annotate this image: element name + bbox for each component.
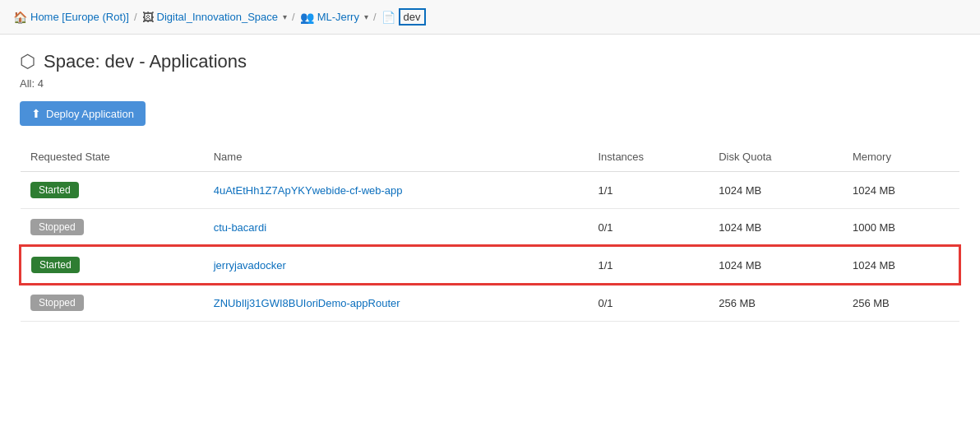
- sep-1: /: [134, 11, 137, 23]
- breadcrumb-current: 📄 dev: [381, 8, 426, 26]
- home-link[interactable]: Home [Europe (Rot)]: [30, 11, 129, 23]
- cell-memory: 1000 MB: [843, 209, 959, 247]
- cell-memory: 1024 MB: [843, 172, 959, 209]
- app-name-link[interactable]: ZNUbIlj31GWI8BUIoriDemo-appRouter: [214, 297, 400, 309]
- cell-name[interactable]: ZNUbIlj31GWI8BUIoriDemo-appRouter: [204, 284, 589, 322]
- cell-state: Started: [21, 172, 204, 209]
- app-name-link[interactable]: ctu-bacardi: [214, 221, 266, 234]
- table-body: Started4uAtEtHh1Z7ApYKYwebide-cf-web-app…: [21, 172, 959, 322]
- cell-instances: 0/1: [588, 284, 709, 322]
- deploy-button[interactable]: ⬆ Deploy Application: [20, 101, 146, 126]
- current-space-label: dev: [399, 8, 426, 26]
- cell-disk-quota: 1024 MB: [709, 246, 843, 284]
- col-header-disk: Disk Quota: [709, 142, 843, 172]
- page-title: Space: dev - Applications: [44, 51, 247, 72]
- table-row[interactable]: Started4uAtEtHh1Z7ApYKYwebide-cf-web-app…: [21, 172, 959, 209]
- deploy-button-label: Deploy Application: [46, 108, 134, 120]
- table-header: Requested State Name Instances Disk Quot…: [21, 142, 959, 172]
- cell-name[interactable]: jerryjavadocker: [204, 246, 589, 284]
- applications-table: Requested State Name Instances Disk Quot…: [20, 142, 960, 322]
- cell-instances: 1/1: [588, 172, 709, 209]
- cell-state: Stopped: [21, 209, 204, 247]
- app-name-link[interactable]: 4uAtEtHh1Z7ApYKYwebide-cf-web-app: [214, 184, 403, 197]
- dev-icon: 📄: [381, 11, 395, 24]
- space-dropdown-icon[interactable]: ▾: [283, 12, 287, 21]
- cell-memory: 1024 MB: [843, 246, 959, 284]
- col-header-state: Requested State: [21, 142, 204, 172]
- breadcrumb-space[interactable]: 🖼 Digital_Innovation_Space ▾: [142, 11, 287, 24]
- cell-disk-quota: 256 MB: [709, 284, 843, 322]
- cell-instances: 0/1: [588, 209, 709, 247]
- space-link[interactable]: Digital_Innovation_Space: [157, 11, 278, 23]
- breadcrumb: 🏠 Home [Europe (Rot)] / 🖼 Digital_Innova…: [0, 0, 980, 35]
- org-link[interactable]: ML-Jerry: [317, 11, 359, 23]
- cell-memory: 256 MB: [843, 284, 959, 322]
- page-content: ⬡ Space: dev - Applications All: 4 ⬆ Dep…: [0, 35, 980, 338]
- cell-name[interactable]: ctu-bacardi: [204, 209, 589, 247]
- org-dropdown-icon[interactable]: ▾: [364, 12, 368, 21]
- table-row[interactable]: Startedjerryjavadocker1/11024 MB1024 MB: [21, 246, 959, 284]
- org-icon: 👥: [300, 11, 314, 24]
- sep-2: /: [292, 11, 295, 23]
- col-header-instances: Instances: [588, 142, 709, 172]
- page-title-row: ⬡ Space: dev - Applications: [20, 51, 960, 72]
- space-icon: 🖼: [142, 11, 154, 24]
- col-header-name: Name: [204, 142, 589, 172]
- status-badge: Started: [30, 182, 79, 198]
- table-row[interactable]: Stoppedctu-bacardi0/11024 MB1000 MB: [21, 209, 959, 247]
- cell-state: Started: [21, 246, 204, 284]
- breadcrumb-org[interactable]: 👥 ML-Jerry ▾: [300, 11, 368, 24]
- deploy-icon: ⬆: [31, 107, 41, 120]
- col-header-memory: Memory: [843, 142, 959, 172]
- page-icon: ⬡: [20, 51, 35, 72]
- sep-3: /: [373, 11, 377, 23]
- cell-disk-quota: 1024 MB: [709, 172, 843, 209]
- status-badge: Stopped: [30, 295, 84, 311]
- cell-state: Stopped: [21, 284, 204, 322]
- app-name-link[interactable]: jerryjavadocker: [214, 259, 286, 272]
- record-count: All: 4: [20, 77, 960, 90]
- status-badge: Started: [31, 257, 80, 273]
- status-badge: Stopped: [30, 219, 84, 235]
- cell-disk-quota: 1024 MB: [709, 209, 843, 247]
- table-row[interactable]: StoppedZNUbIlj31GWI8BUIoriDemo-appRouter…: [21, 284, 959, 322]
- cell-name[interactable]: 4uAtEtHh1Z7ApYKYwebide-cf-web-app: [204, 172, 589, 209]
- home-icon: 🏠: [13, 11, 27, 24]
- cell-instances: 1/1: [588, 246, 709, 284]
- breadcrumb-home[interactable]: 🏠 Home [Europe (Rot)]: [13, 11, 129, 24]
